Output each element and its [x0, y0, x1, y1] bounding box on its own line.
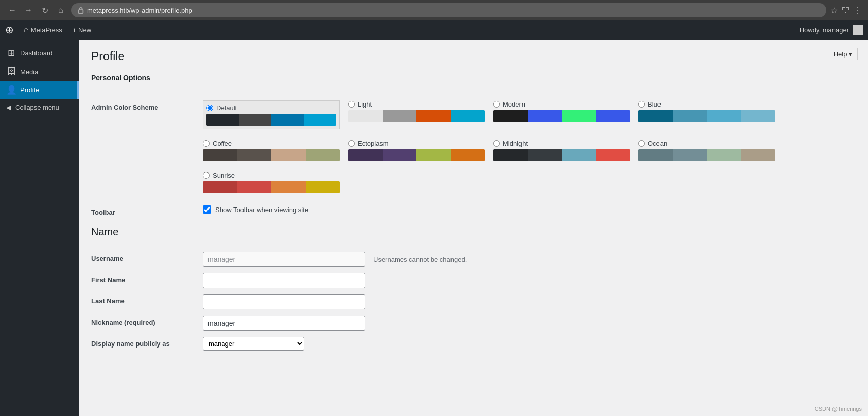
- collapse-icon: ◀: [6, 103, 11, 111]
- scheme-blue-radio[interactable]: [638, 101, 645, 108]
- swatch: [271, 114, 304, 126]
- swatch: [707, 149, 741, 161]
- swatch: [348, 110, 383, 122]
- displayname-select[interactable]: manager: [203, 337, 304, 351]
- swatch: [239, 114, 271, 126]
- collapse-label: Collapse menu: [15, 103, 59, 111]
- collapse-menu-item[interactable]: ◀ Collapse menu: [0, 99, 79, 115]
- swatch: [596, 110, 631, 122]
- wp-logo[interactable]: ⊕: [5, 24, 14, 36]
- scheme-ectoplasm-radio[interactable]: [348, 140, 355, 147]
- swatch: [203, 149, 237, 161]
- profile-icon: 👤: [6, 85, 16, 95]
- personal-options-title: Personal Options: [91, 74, 856, 86]
- scheme-midnight-label[interactable]: Midnight: [493, 140, 630, 147]
- home-icon: ⌂: [24, 25, 29, 34]
- scheme-ocean-option[interactable]: Ocean: [638, 140, 775, 161]
- home-button[interactable]: ⌂: [55, 4, 67, 16]
- swatch: [562, 149, 596, 161]
- color-scheme-row2: Coffee Ectoplasm: [203, 140, 775, 161]
- sidebar-item-dashboard[interactable]: ⊞ Dashboard: [0, 44, 79, 62]
- howdy-text: Howdy, manager: [800, 26, 849, 34]
- browser-actions: ☆ 🛡 ⋮: [830, 6, 862, 15]
- scheme-ocean-label[interactable]: Ocean: [638, 140, 775, 147]
- swatch: [638, 149, 673, 161]
- toolbar-checkbox[interactable]: [203, 205, 211, 214]
- scheme-default-label[interactable]: Default: [206, 104, 336, 112]
- help-label: Help ▾: [834, 50, 852, 58]
- menu-icon[interactable]: ⋮: [854, 6, 862, 15]
- address-bar[interactable]: metapress.htb/wp-admin/profile.php: [71, 3, 826, 17]
- back-button[interactable]: ←: [6, 4, 18, 16]
- scheme-sunrise-radio[interactable]: [203, 172, 210, 179]
- forward-button[interactable]: →: [22, 4, 34, 16]
- scheme-ocean-radio[interactable]: [638, 140, 645, 147]
- admin-bar-new[interactable]: + New: [67, 20, 96, 40]
- displayname-field: manager: [203, 333, 856, 351]
- toolbar-checkbox-label[interactable]: Show Toolbar when viewing site: [215, 206, 308, 214]
- scheme-sunrise-option[interactable]: Sunrise: [203, 171, 340, 193]
- scheme-sunrise-swatches: [203, 181, 340, 193]
- displayname-row: Display name publicly as manager: [91, 333, 856, 351]
- scheme-light-label[interactable]: Light: [348, 100, 485, 108]
- refresh-button[interactable]: ↻: [39, 4, 51, 16]
- admin-bar-site[interactable]: ⌂ MetaPress: [19, 20, 67, 40]
- color-scheme-row: Admin Color Scheme Default: [91, 96, 856, 193]
- swatch: [741, 149, 776, 161]
- scheme-ectoplasm-label[interactable]: Ectoplasm: [348, 140, 485, 147]
- nickname-label: Nickname (required): [91, 311, 203, 326]
- scheme-midnight-radio[interactable]: [493, 140, 500, 147]
- scheme-midnight-option[interactable]: Midnight: [493, 140, 630, 161]
- swatch: [348, 149, 383, 161]
- scheme-modern-radio[interactable]: [493, 101, 500, 108]
- lastname-field: [203, 290, 856, 309]
- shield-icon[interactable]: 🛡: [842, 6, 850, 15]
- nickname-row: Nickname (required): [91, 311, 856, 331]
- scheme-default-option[interactable]: Default: [203, 100, 340, 129]
- avatar[interactable]: [853, 25, 863, 35]
- watermark: CSDN @Timerings: [815, 406, 862, 412]
- swatch: [493, 149, 528, 161]
- scheme-blue-label[interactable]: Blue: [638, 100, 775, 108]
- scheme-blue-swatches: [638, 110, 775, 122]
- lastname-input[interactable]: [203, 294, 365, 309]
- scheme-coffee-label[interactable]: Coffee: [203, 140, 340, 147]
- nickname-input[interactable]: [203, 316, 365, 331]
- swatch: [707, 110, 741, 122]
- scheme-coffee-radio[interactable]: [203, 140, 210, 147]
- scheme-sunrise-label[interactable]: Sunrise: [203, 171, 340, 179]
- scheme-ectoplasm-option[interactable]: Ectoplasm: [348, 140, 485, 161]
- scheme-ectoplasm-swatches: [348, 149, 485, 161]
- scheme-blue-option[interactable]: Blue: [638, 100, 775, 129]
- color-scheme-label: Admin Color Scheme: [91, 96, 203, 111]
- star-icon[interactable]: ☆: [830, 6, 838, 15]
- scheme-coffee-option[interactable]: Coffee: [203, 140, 340, 161]
- color-scheme-row1: Default Light: [203, 100, 775, 129]
- scheme-light-option[interactable]: Light: [348, 100, 485, 129]
- swatch: [383, 149, 417, 161]
- sidebar-item-label: Media: [20, 68, 38, 76]
- swatch: [271, 149, 306, 161]
- nickname-field: [203, 311, 856, 331]
- swatch: [304, 114, 336, 126]
- scheme-default-radio[interactable]: [206, 105, 213, 111]
- lastname-row: Last Name: [91, 290, 856, 309]
- username-input: [203, 252, 365, 267]
- swatch: [451, 110, 485, 122]
- sidebar-item-label: Profile: [20, 86, 39, 94]
- swatch: [306, 181, 340, 193]
- swatch: [596, 149, 631, 161]
- toolbar-row: Toolbar Show Toolbar when viewing site: [91, 201, 856, 216]
- help-button[interactable]: Help ▾: [828, 48, 858, 60]
- color-scheme-row3: Sunrise: [203, 171, 775, 193]
- svg-rect-0: [79, 10, 83, 13]
- scheme-ocean-swatches: [638, 149, 775, 161]
- sidebar-item-profile[interactable]: 👤 Profile: [0, 81, 79, 99]
- displayname-label: Display name publicly as: [91, 333, 203, 348]
- wp-admin-bar: ⊕ ⌂ MetaPress + New Howdy, manager: [0, 20, 868, 40]
- firstname-input[interactable]: [203, 273, 365, 288]
- scheme-modern-option[interactable]: Modern: [493, 100, 630, 129]
- sidebar-item-media[interactable]: 🖼 Media: [0, 62, 79, 81]
- scheme-modern-label[interactable]: Modern: [493, 100, 630, 108]
- scheme-light-radio[interactable]: [348, 101, 355, 108]
